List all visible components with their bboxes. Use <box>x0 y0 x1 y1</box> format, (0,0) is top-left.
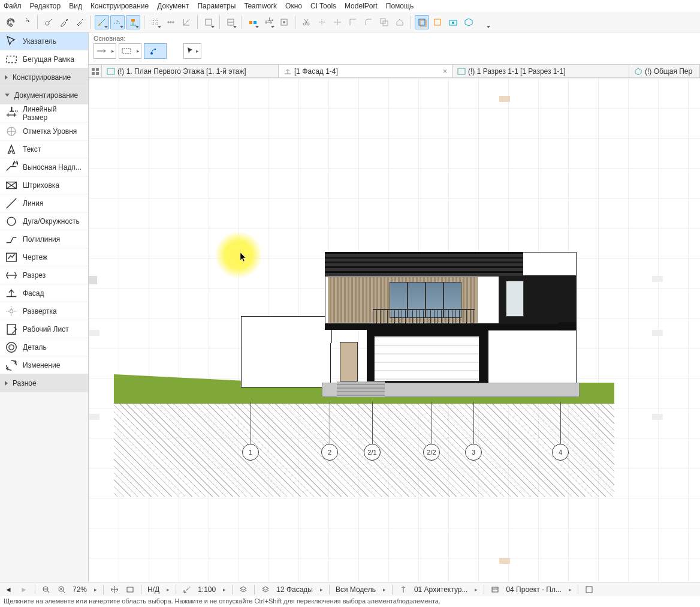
toolbox-header-misc[interactable]: Разное <box>0 374 88 392</box>
tab-overview-button[interactable] <box>89 65 102 77</box>
tool-label[interactable]: A1Выносная Надп... <box>0 158 88 176</box>
trace-dd-button[interactable] <box>477 15 491 29</box>
layer-combo-value[interactable]: 12 Фасады <box>276 585 313 594</box>
trim-button[interactable] <box>315 15 329 29</box>
menu-citools[interactable]: CI Tools <box>310 2 336 10</box>
grid-snap-button[interactable] <box>148 15 162 29</box>
cut-button[interactable] <box>299 15 313 29</box>
split-button[interactable] <box>330 15 345 29</box>
status-end-icon[interactable] <box>584 585 594 594</box>
tool-line[interactable]: Линия <box>0 194 88 212</box>
menu-design[interactable]: Конструирование <box>90 2 149 10</box>
fit-button[interactable] <box>125 585 135 594</box>
syringe-button[interactable] <box>73 15 87 29</box>
nav-next-button[interactable]: ► <box>19 585 29 594</box>
tab-perspective[interactable]: (!) Общая Пер <box>629 65 700 77</box>
text-icon <box>5 144 18 155</box>
angle-button[interactable] <box>179 15 194 29</box>
trace-ref-button[interactable] <box>430 15 445 29</box>
menu-options[interactable]: Параметры <box>197 2 236 10</box>
menu-help[interactable]: Помощь <box>386 2 414 10</box>
intersect-button[interactable] <box>377 15 391 29</box>
toolbar-main: 12 <box>0 12 700 32</box>
trace-button[interactable] <box>415 15 429 29</box>
pen-set-value[interactable]: 01 Архитектур... <box>414 585 468 594</box>
section-tab-icon <box>457 68 466 75</box>
tool-marquee[interactable]: Бегущая Рамка <box>0 50 88 68</box>
tool-linear-dim[interactable]: 1.2Линейный Размер <box>0 104 88 122</box>
layers-button[interactable] <box>201 15 216 29</box>
tool-drawing[interactable]: Чертеж <box>0 248 88 266</box>
guideline-2-button[interactable] <box>110 15 125 29</box>
zoom-value[interactable]: 72% <box>73 585 87 594</box>
undo-button[interactable] <box>4 15 18 29</box>
adjust-button[interactable] <box>346 15 360 29</box>
tool-polyline[interactable]: Полилиния <box>0 230 88 248</box>
svg-text:12: 12 <box>267 17 273 23</box>
eyedropper-button[interactable] <box>57 15 71 29</box>
toolbox-header-design[interactable]: Конструирование <box>0 68 88 86</box>
tab-facade[interactable]: [1 Фасад 1-4]× <box>279 65 452 77</box>
pick-button[interactable] <box>41 15 56 29</box>
home-button[interactable] <box>393 15 407 29</box>
snap-button[interactable] <box>126 15 140 29</box>
zoom-in-button[interactable] <box>57 585 67 594</box>
tool-worksheet[interactable]: Рабочий Лист <box>0 320 88 338</box>
guideline-1-button[interactable] <box>95 15 109 29</box>
toolbox-header-document[interactable]: Документирование <box>0 86 88 104</box>
zoom-out-button[interactable] <box>41 585 51 594</box>
pointer-icon <box>5 36 18 47</box>
geom-method-2[interactable]: ▸ <box>119 43 141 59</box>
geom-method-1[interactable]: ▸ <box>93 43 116 59</box>
tool-interior[interactable]: Развертка <box>0 302 88 320</box>
options-button[interactable] <box>277 15 291 29</box>
tool-change[interactable]: Изменение <box>0 356 88 374</box>
tool-pointer[interactable]: Указатель <box>0 32 88 50</box>
pen-set-icon <box>399 585 408 594</box>
scale-value[interactable]: 1:100 <box>198 585 216 594</box>
mvo-value[interactable]: 04 Проект - Пл... <box>506 585 562 594</box>
tab-section[interactable]: (!) 1 Разрез 1-1 [1 Разрез 1-1] <box>452 65 629 77</box>
redo-button[interactable] <box>19 15 34 29</box>
renovation-button[interactable] <box>246 15 260 29</box>
tool-elevation[interactable]: Фасад <box>0 284 88 302</box>
svg-rect-16 <box>435 19 440 25</box>
geom-method-3[interactable] <box>144 43 167 59</box>
tool-detail[interactable]: Деталь <box>0 338 88 356</box>
tool-arc[interactable]: Дуга/Окружность <box>0 212 88 230</box>
menu-edit[interactable]: Редактор <box>30 2 61 10</box>
menu-document[interactable]: Документ <box>157 2 189 10</box>
ruler-button[interactable] <box>164 15 178 29</box>
menu-teamwork[interactable]: Teamwork <box>244 2 277 10</box>
tab-plan[interactable]: (!) 1. План Первого Этажа [1. 1-й этаж] <box>102 65 279 77</box>
menu-view[interactable]: Вид <box>69 2 82 10</box>
fillet-button[interactable] <box>361 15 376 29</box>
section-icon <box>5 270 18 281</box>
svg-rect-37 <box>458 68 465 74</box>
viewport[interactable]: 1 2 2/1 2/2 3 4 <box>89 78 700 582</box>
trace-3d-button[interactable] <box>461 15 476 29</box>
svg-rect-33 <box>96 68 99 71</box>
tool-fill[interactable]: Штриховка <box>0 176 88 194</box>
pan-button[interactable] <box>110 585 119 594</box>
cursor-icon <box>240 252 247 263</box>
svg-rect-27 <box>7 324 16 334</box>
axis-marker-2: 2 <box>321 444 338 461</box>
trace-view-button[interactable] <box>446 15 460 29</box>
menu-window[interactable]: Окно <box>285 2 302 10</box>
nav-prev-button[interactable]: ◄ <box>4 585 13 594</box>
tool-section[interactable]: Разрез <box>0 266 88 284</box>
tool-level[interactable]: Отметка Уровня <box>0 122 88 140</box>
dimension-button[interactable]: 12 <box>261 15 276 29</box>
layers-status-icon[interactable] <box>239 585 248 594</box>
pointer-mode[interactable]: ▸ <box>183 43 201 59</box>
model-filter-value[interactable]: Вся Модель <box>336 585 376 594</box>
svg-rect-34 <box>92 72 95 75</box>
orientation-value[interactable]: Н/Д <box>147 585 159 594</box>
svg-point-29 <box>9 344 14 349</box>
menu-file[interactable]: Файл <box>4 2 22 10</box>
menu-modelport[interactable]: ModelPort <box>345 2 378 10</box>
story-button[interactable] <box>224 15 238 29</box>
close-icon[interactable]: × <box>443 67 447 76</box>
tool-text[interactable]: Текст <box>0 140 88 158</box>
